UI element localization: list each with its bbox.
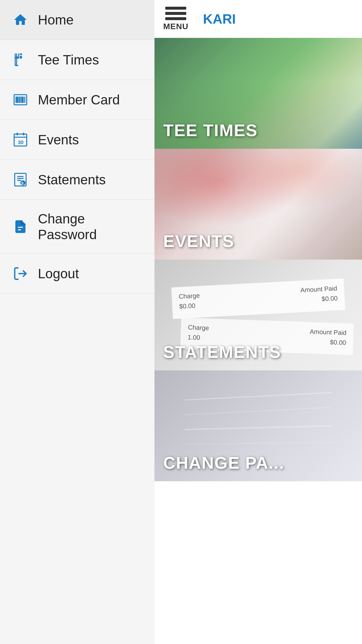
- receipt-1-val1: $0.00: [179, 302, 195, 310]
- tile-statements[interactable]: Charge Amount Paid $0.00 $0.00 Charge Am…: [154, 260, 362, 370]
- sidebar-item-tee-times[interactable]: Tee Times: [0, 40, 154, 80]
- receipt-2-col1: Charge: [188, 324, 209, 332]
- sidebar-item-statements[interactable]: $ Statements: [0, 160, 154, 200]
- sidebar-item-member-card-label: Member Card: [38, 92, 120, 108]
- sidebar-item-events-label: Events: [38, 132, 79, 148]
- tile-tee-times-label: TEE TIMES: [163, 120, 258, 140]
- svg-line-25: [184, 393, 332, 400]
- sidebar-item-logout-label: Logout: [38, 266, 79, 281]
- receipt-1: Charge Amount Paid $0.00 $0.00: [171, 279, 345, 319]
- sidebar-item-home[interactable]: Home: [0, 0, 154, 40]
- tile-statements-label: STATEMENTS: [163, 342, 281, 362]
- logout-icon: [12, 265, 29, 282]
- content-tiles: TEE TIMES EVENTS Charge Amount Paid $0: [154, 38, 362, 644]
- receipt-1-val2: $0.00: [321, 295, 338, 303]
- sidebar-item-member-card[interactable]: Member Card: [0, 80, 154, 120]
- menu-lines-icon: [165, 7, 186, 20]
- sidebar-item-change-password[interactable]: Change Password: [0, 200, 154, 254]
- svg-line-28: [184, 442, 332, 444]
- flag-icon: [12, 51, 29, 69]
- tile-change-password[interactable]: CHANGE PA...: [154, 370, 362, 481]
- receipt-2-col2: Amount Paid: [310, 328, 347, 337]
- tile-events-label: EVENTS: [163, 231, 234, 251]
- sidebar-item-events[interactable]: 30 Events: [0, 120, 154, 160]
- menu-line-2: [165, 12, 186, 15]
- header-username: KARI: [203, 11, 236, 27]
- sidebar-item-change-password-label: Change Password: [38, 211, 143, 242]
- tile-tee-times[interactable]: TEE TIMES: [154, 38, 362, 149]
- sidebar: Home Tee Times: [0, 0, 154, 644]
- document-icon: [12, 218, 29, 235]
- menu-line-1: [165, 7, 186, 10]
- receipt-2-val2: $0.00: [330, 339, 346, 347]
- receipt-1-col1: Charge: [179, 292, 200, 301]
- svg-text:30: 30: [18, 139, 23, 145]
- svg-line-27: [184, 426, 332, 430]
- receipt-1-col2: Amount Paid: [300, 285, 337, 294]
- home-icon: [12, 11, 29, 29]
- sidebar-item-tee-times-label: Tee Times: [38, 52, 99, 68]
- sidebar-item-home-label: Home: [38, 12, 74, 28]
- svg-line-26: [184, 407, 332, 415]
- sidebar-nav: Home Tee Times: [0, 0, 154, 294]
- main-content: MENU KARI TEE TIMES EVENTS Char: [154, 0, 362, 644]
- barcode-icon: [12, 91, 29, 108]
- sidebar-item-logout[interactable]: Logout: [0, 254, 154, 294]
- tile-events[interactable]: EVENTS: [154, 149, 362, 260]
- header: MENU KARI: [154, 0, 362, 38]
- menu-button[interactable]: MENU: [163, 7, 188, 31]
- menu-line-3: [165, 17, 186, 20]
- tile-change-password-label: CHANGE PA...: [163, 453, 284, 473]
- sidebar-item-statements-label: Statements: [38, 172, 106, 188]
- statements-icon: $: [12, 171, 29, 188]
- calendar-icon: 30: [12, 131, 29, 148]
- svg-text:$: $: [21, 181, 24, 186]
- app-container: Home Tee Times: [0, 0, 362, 644]
- menu-label: MENU: [163, 22, 188, 31]
- receipt-2-val1: 1.00: [187, 334, 200, 342]
